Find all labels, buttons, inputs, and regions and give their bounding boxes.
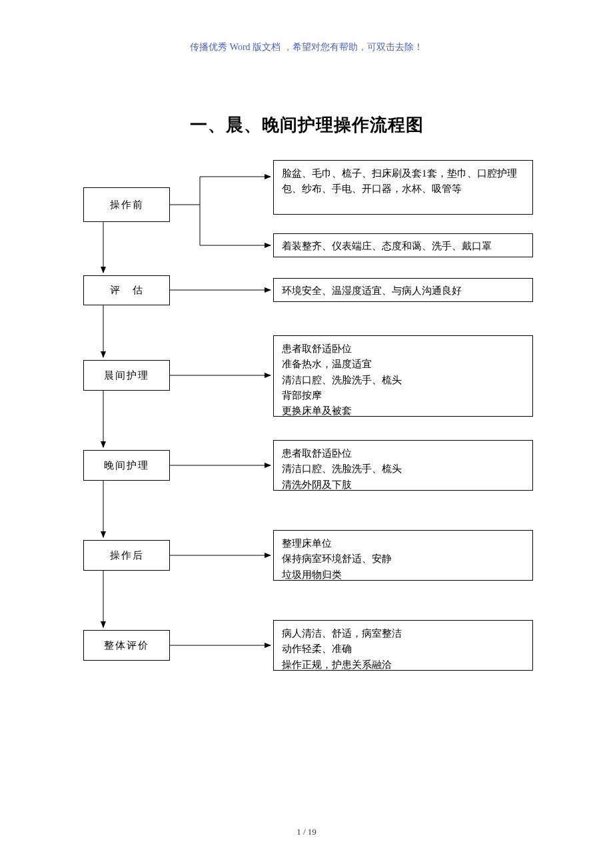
page-footer: 1 / 19 bbox=[0, 827, 613, 837]
flow-connectors bbox=[0, 0, 613, 733]
